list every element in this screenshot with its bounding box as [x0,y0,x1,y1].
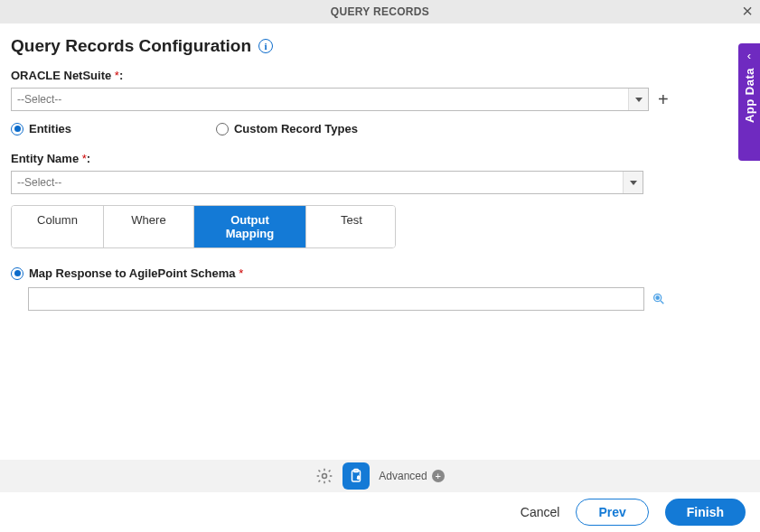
netsuite-label: ORACLE NetSuite *: [11,69,749,82]
entity-name-select[interactable]: --Select-- [11,171,643,194]
advanced-toggle[interactable]: Advanced + [379,470,444,482]
chevron-left-icon: ‹ [747,49,751,62]
title-bar: QUERY RECORDS × [0,0,760,23]
footer-actions: Cancel Prev Finish [0,492,760,532]
netsuite-select[interactable]: --Select-- [11,88,649,111]
tab-where[interactable]: Where [104,206,194,247]
modal-title: QUERY RECORDS [331,5,429,18]
footer-toolbar: ? Advanced + [0,460,760,492]
finish-button[interactable]: Finish [665,499,746,526]
config-tabs: Column Where Output Mapping Test [11,205,396,248]
clipboard-icon: ? [348,468,364,484]
add-connection-button[interactable]: + [658,90,669,108]
svg-point-3 [323,474,327,479]
clipboard-button[interactable]: ? [342,462,370,490]
app-data-side-tab[interactable]: ‹ App Data [738,43,760,161]
plus-circle-icon: + [432,470,445,482]
radio-custom-record-types[interactable]: Custom Record Types [216,122,358,135]
cancel-button[interactable]: Cancel [521,505,560,519]
chevron-down-icon [623,172,643,193]
radio-map-response[interactable]: Map Response to AgilePoint Schema * [11,266,243,280]
radio-entities-label: Entities [29,122,71,135]
info-icon[interactable]: i [258,39,273,53]
advanced-label: Advanced [379,470,427,482]
side-tab-label: App Data [743,68,756,123]
entity-name-select-value: --Select-- [17,176,61,189]
gear-icon[interactable] [315,467,333,485]
tab-test[interactable]: Test [306,206,396,247]
schema-picker-icon[interactable] [652,292,666,306]
svg-point-2 [656,296,659,299]
entity-name-label: Entity Name *: [11,152,749,165]
netsuite-select-value: --Select-- [17,93,61,106]
tab-column[interactable]: Column [12,206,104,247]
chevron-down-icon [628,89,648,110]
page-heading: Query Records Configuration [11,36,251,56]
close-icon[interactable]: × [742,2,753,20]
svg-line-1 [661,301,663,303]
radio-icon-checked [11,123,23,135]
map-response-input[interactable] [28,287,644,311]
radio-icon-checked [11,267,23,280]
svg-text:?: ? [358,476,360,480]
prev-button[interactable]: Prev [576,499,648,526]
tab-output-mapping[interactable]: Output Mapping [194,206,306,247]
radio-icon-unchecked [216,123,229,135]
radio-entities[interactable]: Entities [11,122,71,135]
radio-custom-label: Custom Record Types [234,122,358,135]
map-response-label: Map Response to AgilePoint Schema * [29,266,243,280]
